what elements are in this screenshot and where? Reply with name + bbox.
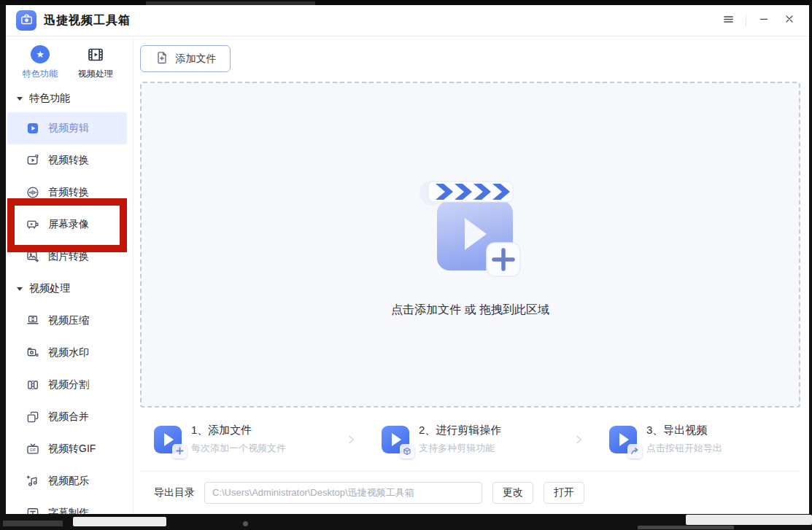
- sidebar-item-video-merge[interactable]: 视频合并: [6, 401, 133, 433]
- section-header-processing[interactable]: 视频处理: [6, 273, 133, 305]
- play-icon: [164, 433, 174, 446]
- window-controls: [720, 12, 797, 28]
- sidebar-item-video-edit[interactable]: 视频剪辑: [7, 112, 127, 144]
- video-convert-icon: [26, 153, 40, 168]
- file-dropzone[interactable]: 点击添加文件 或 拖拽到此区域: [140, 82, 800, 408]
- close-button[interactable]: [781, 12, 797, 28]
- sidebar-item-screen-record[interactable]: 屏幕录像: [6, 209, 133, 241]
- add-file-document-icon: [155, 50, 169, 67]
- clapperboard-add-icon: [414, 171, 527, 282]
- cube-badge-icon: [400, 444, 414, 459]
- tab-label: 特色功能: [23, 68, 58, 80]
- chevron-right-icon: [345, 434, 357, 445]
- sidebar-item-video-music[interactable]: 视频配乐: [6, 465, 133, 497]
- caret-down-icon: [17, 287, 23, 291]
- video-split-icon: [26, 378, 40, 392]
- sidebar-item-video-to-gif[interactable]: GIF 视频转GIF: [6, 433, 133, 465]
- step-desc: 点击按钮开始导出: [646, 442, 722, 455]
- sidebar-tabs: ★ 特色功能 视频处理: [6, 36, 133, 80]
- sidebar: ★ 特色功能 视频处理: [6, 36, 134, 514]
- plus-badge-icon: [172, 444, 187, 459]
- background-window-fragment: [686, 515, 812, 525]
- sidebar-item-video-compress[interactable]: 视频压缩: [6, 305, 133, 337]
- video-merge-icon: [26, 410, 40, 424]
- video-edit-icon: [26, 121, 40, 136]
- desktop-edge-top: [0, 0, 812, 5]
- controls-divider: [746, 15, 746, 26]
- video-watermark-icon: [26, 346, 40, 360]
- tab-video-processing[interactable]: 视频处理: [78, 45, 113, 80]
- app-window: 迅捷视频工具箱 ★: [6, 5, 809, 514]
- background-text-fragment: [638, 526, 734, 529]
- film-strip-icon: [86, 45, 105, 63]
- open-directory-button[interactable]: 打开: [544, 482, 584, 504]
- caret-down-icon: [17, 97, 23, 101]
- step-2-edit: 2、进行剪辑操作 支持多种剪辑功能: [382, 424, 573, 455]
- star-icon: ★: [31, 45, 50, 63]
- section-header-featured[interactable]: 特色功能: [6, 85, 133, 112]
- hamburger-menu-icon: [722, 13, 735, 28]
- video-compress-icon: [26, 313, 40, 328]
- step-1-add-file: 1、添加文件 每次添加一个视频文件: [154, 424, 345, 455]
- app-logo: [16, 10, 36, 31]
- export-path-input[interactable]: C:\Users\Administrator\Desktop\迅捷视频工具箱: [204, 482, 482, 504]
- export-directory-label: 导出目录: [154, 486, 195, 499]
- export-arrow-badge-icon: [627, 444, 642, 459]
- close-icon: [784, 13, 795, 28]
- sidebar-item-subtitle[interactable]: 字幕制作: [6, 497, 133, 514]
- play-icon: [619, 433, 629, 446]
- step1-video-icon: [154, 426, 182, 453]
- image-convert-icon: [26, 249, 40, 264]
- play-icon: [392, 433, 401, 446]
- subtitle-icon: [26, 506, 40, 514]
- app-title: 迅捷视频工具箱: [44, 13, 131, 28]
- change-directory-button[interactable]: 更改: [492, 482, 533, 504]
- step2-video-icon: [382, 426, 409, 453]
- add-file-button[interactable]: 添加文件: [140, 45, 231, 72]
- tab-label: 视频处理: [78, 68, 113, 80]
- sidebar-item-video-watermark[interactable]: 视频水印: [6, 337, 133, 369]
- step3-video-icon: [609, 426, 637, 453]
- menu-button[interactable]: [720, 12, 736, 28]
- sidebar-item-video-split[interactable]: 视频分割: [6, 369, 133, 401]
- minimize-button[interactable]: [756, 12, 772, 28]
- steps-row: 1、添加文件 每次添加一个视频文件 2、进行剪辑操作: [140, 408, 800, 471]
- desktop-edge-bottom: [0, 514, 812, 530]
- step-title: 1、添加文件: [191, 424, 286, 437]
- step-desc: 支持多种剪辑功能: [419, 442, 501, 455]
- step-title: 2、进行剪辑操作: [419, 424, 501, 437]
- export-directory-row: 导出目录 C:\Users\Administrator\Desktop\迅捷视频…: [140, 471, 800, 514]
- gif-tv-icon: GIF: [26, 442, 40, 456]
- briefcase-icon: [20, 12, 34, 29]
- tab-featured-functions[interactable]: ★ 特色功能: [23, 45, 58, 80]
- sidebar-item-video-convert[interactable]: 视频转换: [6, 144, 133, 176]
- step-desc: 每次添加一个视频文件: [191, 442, 286, 455]
- background-text-fragment: [3, 521, 63, 526]
- dropzone-hint-text: 点击添加文件 或 拖拽到此区域: [391, 303, 549, 318]
- background-dot-fragment: [243, 521, 248, 526]
- titlebar: 迅捷视频工具箱: [6, 5, 809, 36]
- svg-text:GIF: GIF: [30, 448, 36, 452]
- sidebar-item-audio-convert[interactable]: 音频转换: [6, 176, 133, 209]
- background-input-fragment: [73, 517, 166, 526]
- sidebar-item-image-convert[interactable]: 图片转换: [6, 241, 133, 273]
- step-3-export: 3、导出视频 点击按钮开始导出: [609, 424, 800, 455]
- screen-record-icon: [26, 217, 40, 232]
- chevron-right-icon: [573, 434, 584, 445]
- music-note-plus-icon: [26, 474, 40, 488]
- main-content: 添加文件: [134, 36, 809, 514]
- minimize-icon: [758, 13, 770, 28]
- step-title: 3、导出视频: [646, 424, 722, 437]
- audio-convert-icon: [26, 185, 40, 200]
